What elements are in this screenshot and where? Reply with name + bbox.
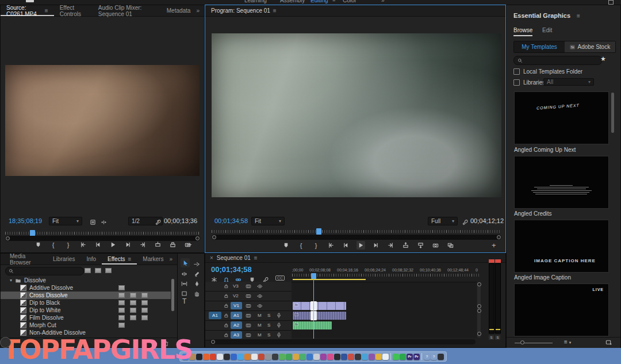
wrench-icon[interactable] xyxy=(462,217,468,228)
lock-icon[interactable] xyxy=(224,332,229,338)
play-icon[interactable] xyxy=(356,241,365,250)
tab-effect-controls[interactable]: Effect Controls xyxy=(54,5,93,16)
program-ruler[interactable] xyxy=(212,230,501,233)
sync-lock-icon[interactable] xyxy=(246,313,251,319)
effects-folder-dissolve[interactable]: ▾ Dissolve xyxy=(1,277,171,284)
add-marker-icon[interactable] xyxy=(34,240,43,249)
mark-in-icon[interactable]: { xyxy=(49,240,57,249)
dock-app-icon[interactable] xyxy=(300,354,306,360)
eye-icon[interactable] xyxy=(257,293,263,299)
dock-app-icon[interactable] xyxy=(375,354,382,360)
local-templates-checkbox[interactable]: Local Templates Folder xyxy=(513,68,582,75)
meter-solo-button[interactable]: S xyxy=(495,335,500,340)
track-select-forward-tool[interactable] xyxy=(194,259,200,270)
solo-button[interactable]: S xyxy=(267,323,270,328)
vscroll-handle[interactable] xyxy=(477,309,481,313)
workspace-tab-editing[interactable]: Editing xyxy=(310,0,328,3)
track-target-v1[interactable]: V1 xyxy=(231,302,242,309)
panel-menu-icon[interactable]: ≡ xyxy=(128,256,131,262)
sync-lock-icon[interactable] xyxy=(246,293,251,299)
dock-app-icon[interactable] xyxy=(362,354,368,360)
source-zoom-select[interactable]: Fit▾ xyxy=(49,217,82,225)
timeline-ruler[interactable] xyxy=(292,274,480,277)
timeline-tab-label[interactable]: Sequence 01 xyxy=(217,255,251,261)
dock-app-icon[interactable] xyxy=(400,354,406,360)
track-target-a3[interactable]: A3 xyxy=(231,331,242,339)
type-tool[interactable]: T xyxy=(182,297,186,305)
hand-tool[interactable] xyxy=(194,289,200,299)
lift-icon[interactable] xyxy=(401,241,410,250)
panel-menu-icon[interactable]: ≡ xyxy=(273,7,277,14)
add-marker-icon[interactable] xyxy=(282,241,290,250)
dock-app-icon[interactable] xyxy=(355,354,361,360)
dock-app-icon[interactable] xyxy=(306,354,313,360)
go-to-in-icon[interactable] xyxy=(79,240,87,249)
program-playhead[interactable] xyxy=(316,228,321,235)
dock-app-icon[interactable] xyxy=(313,354,320,360)
go-to-out-icon[interactable] xyxy=(139,240,147,249)
ripple-edit-tool[interactable] xyxy=(181,269,187,279)
maximize-icon[interactable] xyxy=(608,0,614,5)
program-timecode[interactable]: 00;01;34;58 xyxy=(214,217,248,224)
dock-app-icon[interactable] xyxy=(320,354,327,360)
tab-info[interactable]: Info xyxy=(80,254,102,265)
voiceover-mic-icon[interactable] xyxy=(276,322,282,328)
timeline-timecode[interactable]: 00;01;34;58 xyxy=(211,265,252,274)
dock-app-icon[interactable] xyxy=(265,354,271,360)
tab-source[interactable]: Source: C0261.MP4≡ xyxy=(1,5,54,16)
slider-knob[interactable] xyxy=(520,340,524,344)
template-thumb-credits[interactable] xyxy=(514,156,609,209)
dock-app-icon[interactable] xyxy=(382,354,389,360)
scroll-handle-left[interactable] xyxy=(211,340,215,344)
accelerated-effects-filter-icon[interactable] xyxy=(85,268,91,273)
sync-lock-icon[interactable] xyxy=(246,332,251,338)
work-area-bar[interactable] xyxy=(293,279,366,280)
solo-button[interactable]: S xyxy=(267,313,270,318)
step-back-icon[interactable] xyxy=(342,241,350,250)
template-thumb-coming-up-next[interactable]: COMING UP NEXT xyxy=(514,91,609,144)
workspace-tab-color[interactable]: Color xyxy=(343,0,356,3)
workspace-tab-assembly[interactable]: Assembly xyxy=(280,0,305,3)
libraries-filter-select[interactable]: All ▾ xyxy=(543,78,594,86)
effects-search-input[interactable] xyxy=(5,267,84,275)
program-button-editor-icon[interactable]: + xyxy=(492,241,496,250)
scroll-handle-left[interactable] xyxy=(212,235,216,239)
video-clip-v1[interactable]: fx xyxy=(293,302,346,310)
scroll-handle-right[interactable] xyxy=(497,235,501,239)
dock-app-icon[interactable] xyxy=(244,354,251,360)
dock-help-icon[interactable]: ? xyxy=(424,354,430,360)
dock-app-icon[interactable] xyxy=(251,354,258,360)
dock-app-icon[interactable] xyxy=(217,354,223,360)
slip-tool[interactable] xyxy=(181,279,187,289)
solo-button[interactable]: S xyxy=(267,332,270,338)
new-item-icon[interactable] xyxy=(605,339,612,346)
voiceover-mic-icon[interactable] xyxy=(276,332,282,338)
mark-out-icon[interactable]: } xyxy=(312,241,320,250)
lock-icon[interactable] xyxy=(224,323,229,328)
export-frame-icon[interactable] xyxy=(431,241,440,250)
tab-edit[interactable]: Edit xyxy=(542,27,552,33)
sync-lock-icon[interactable] xyxy=(246,283,251,289)
yuv-effects-filter-icon[interactable] xyxy=(105,268,112,273)
dock-help-icon[interactable]: ? xyxy=(431,354,437,360)
panel-menu-icon[interactable]: ≡ xyxy=(45,7,48,14)
vscroll-handle[interactable] xyxy=(477,282,481,286)
sync-lock-icon[interactable] xyxy=(246,303,251,309)
chevron-down-icon[interactable]: ▾ xyxy=(10,278,12,283)
template-thumb-image-caption[interactable]: IMAGE CAPTION HERE xyxy=(514,220,609,273)
effect-item[interactable]: Dip to White xyxy=(1,306,171,314)
razor-tool[interactable] xyxy=(194,269,200,279)
go-to-in-icon[interactable] xyxy=(327,241,335,250)
mark-out-icon[interactable]: } xyxy=(64,240,72,249)
source-patch-a1[interactable]: A1 xyxy=(209,312,221,319)
scroll-handle-right[interactable] xyxy=(195,236,200,240)
dual-view-icon[interactable] xyxy=(101,217,107,228)
source-button-editor-icon[interactable]: + xyxy=(187,240,192,249)
effect-item[interactable]: Dip to Black xyxy=(1,299,171,306)
lock-icon[interactable] xyxy=(224,283,229,289)
sync-lock-icon[interactable] xyxy=(246,323,251,328)
vscroll-handle[interactable] xyxy=(477,304,481,308)
pen-tool[interactable] xyxy=(194,279,200,289)
mark-in-icon[interactable]: { xyxy=(297,241,305,250)
panel-menu-icon[interactable]: ≡ xyxy=(254,255,258,261)
